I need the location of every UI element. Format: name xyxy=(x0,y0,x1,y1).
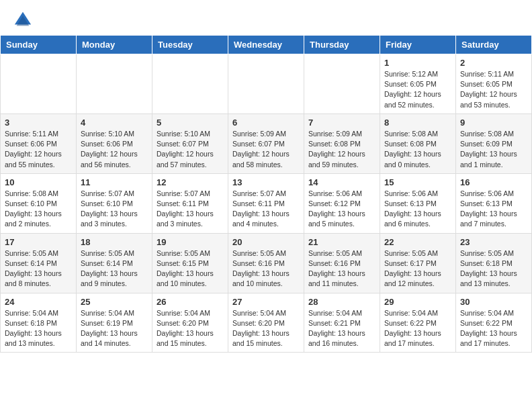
day-info: Sunrise: 5:05 AM Sunset: 6:16 PM Dayligh… xyxy=(232,248,300,289)
day-info: Sunrise: 5:09 AM Sunset: 6:08 PM Dayligh… xyxy=(308,129,375,170)
day-info: Sunrise: 5:06 AM Sunset: 6:13 PM Dayligh… xyxy=(384,189,451,230)
day-number: 10 xyxy=(5,177,72,187)
calendar-cell-1-7: 2Sunrise: 5:11 AM Sunset: 6:05 PM Daylig… xyxy=(456,54,532,114)
calendar-cell-4-5: 21Sunrise: 5:05 AM Sunset: 6:16 PM Dayli… xyxy=(304,233,380,293)
calendar-header-sunday: Sunday xyxy=(1,36,77,54)
day-info: Sunrise: 5:07 AM Sunset: 6:10 PM Dayligh… xyxy=(81,189,148,230)
calendar-cell-4-4: 20Sunrise: 5:05 AM Sunset: 6:16 PM Dayli… xyxy=(228,233,304,293)
day-number: 17 xyxy=(5,237,72,247)
day-number: 20 xyxy=(232,237,300,247)
day-info: Sunrise: 5:04 AM Sunset: 6:20 PM Dayligh… xyxy=(232,308,300,349)
day-number: 5 xyxy=(157,118,224,128)
calendar-header-thursday: Thursday xyxy=(304,36,380,54)
calendar-cell-1-4 xyxy=(228,54,304,114)
calendar-cell-5-6: 29Sunrise: 5:04 AM Sunset: 6:22 PM Dayli… xyxy=(380,293,456,353)
day-number: 24 xyxy=(5,297,72,307)
day-info: Sunrise: 5:12 AM Sunset: 6:05 PM Dayligh… xyxy=(384,69,451,110)
calendar-cell-2-4: 6Sunrise: 5:09 AM Sunset: 6:07 PM Daylig… xyxy=(228,113,304,173)
calendar-cell-1-2 xyxy=(77,54,152,114)
page-header xyxy=(0,0,532,35)
calendar-header-wednesday: Wednesday xyxy=(228,36,304,54)
calendar-header-row: SundayMondayTuesdayWednesdayThursdayFrid… xyxy=(1,36,532,54)
day-info: Sunrise: 5:05 AM Sunset: 6:16 PM Dayligh… xyxy=(308,248,375,289)
calendar-cell-4-1: 17Sunrise: 5:05 AM Sunset: 6:14 PM Dayli… xyxy=(1,233,77,293)
calendar-week-5: 24Sunrise: 5:04 AM Sunset: 6:18 PM Dayli… xyxy=(1,293,532,353)
calendar-cell-3-2: 11Sunrise: 5:07 AM Sunset: 6:10 PM Dayli… xyxy=(77,173,152,233)
calendar-week-3: 10Sunrise: 5:08 AM Sunset: 6:10 PM Dayli… xyxy=(1,173,532,233)
calendar-cell-2-7: 9Sunrise: 5:08 AM Sunset: 6:09 PM Daylig… xyxy=(456,113,532,173)
day-number: 18 xyxy=(81,237,148,247)
day-number: 25 xyxy=(81,297,148,307)
calendar-cell-1-1 xyxy=(1,54,77,114)
day-number: 19 xyxy=(157,237,224,247)
calendar-cell-2-1: 3Sunrise: 5:11 AM Sunset: 6:06 PM Daylig… xyxy=(1,113,77,173)
calendar-cell-3-1: 10Sunrise: 5:08 AM Sunset: 6:10 PM Dayli… xyxy=(1,173,77,233)
calendar-cell-5-2: 25Sunrise: 5:04 AM Sunset: 6:19 PM Dayli… xyxy=(77,293,152,353)
day-number: 9 xyxy=(460,118,527,128)
calendar-header-friday: Friday xyxy=(380,36,456,54)
day-info: Sunrise: 5:04 AM Sunset: 6:20 PM Dayligh… xyxy=(157,308,224,349)
logo xyxy=(13,11,35,30)
day-number: 22 xyxy=(384,237,451,247)
logo-icon xyxy=(13,11,32,30)
calendar-header-saturday: Saturday xyxy=(456,36,532,54)
day-info: Sunrise: 5:05 AM Sunset: 6:14 PM Dayligh… xyxy=(81,248,148,289)
day-info: Sunrise: 5:05 AM Sunset: 6:17 PM Dayligh… xyxy=(384,248,451,289)
calendar-cell-5-7: 30Sunrise: 5:04 AM Sunset: 6:22 PM Dayli… xyxy=(456,293,532,353)
calendar-cell-4-3: 19Sunrise: 5:05 AM Sunset: 6:15 PM Dayli… xyxy=(152,233,228,293)
calendar-cell-3-7: 16Sunrise: 5:06 AM Sunset: 6:13 PM Dayli… xyxy=(456,173,532,233)
day-number: 26 xyxy=(157,297,224,307)
calendar-table: SundayMondayTuesdayWednesdayThursdayFrid… xyxy=(0,35,532,353)
day-number: 29 xyxy=(384,297,451,307)
day-info: Sunrise: 5:11 AM Sunset: 6:06 PM Dayligh… xyxy=(5,129,72,170)
calendar-week-4: 17Sunrise: 5:05 AM Sunset: 6:14 PM Dayli… xyxy=(1,233,532,293)
day-info: Sunrise: 5:04 AM Sunset: 6:22 PM Dayligh… xyxy=(384,308,451,349)
calendar-cell-2-5: 7Sunrise: 5:09 AM Sunset: 6:08 PM Daylig… xyxy=(304,113,380,173)
day-info: Sunrise: 5:04 AM Sunset: 6:18 PM Dayligh… xyxy=(5,308,72,349)
day-number: 2 xyxy=(460,58,527,68)
calendar-cell-5-5: 28Sunrise: 5:04 AM Sunset: 6:21 PM Dayli… xyxy=(304,293,380,353)
day-info: Sunrise: 5:10 AM Sunset: 6:07 PM Dayligh… xyxy=(157,129,224,170)
calendar-cell-5-1: 24Sunrise: 5:04 AM Sunset: 6:18 PM Dayli… xyxy=(1,293,77,353)
calendar-week-2: 3Sunrise: 5:11 AM Sunset: 6:06 PM Daylig… xyxy=(1,113,532,173)
day-info: Sunrise: 5:08 AM Sunset: 6:10 PM Dayligh… xyxy=(5,189,72,230)
calendar-cell-1-5 xyxy=(304,54,380,114)
day-number: 28 xyxy=(308,297,375,307)
day-info: Sunrise: 5:08 AM Sunset: 6:08 PM Dayligh… xyxy=(384,129,451,170)
calendar-header-monday: Monday xyxy=(77,36,152,54)
day-info: Sunrise: 5:05 AM Sunset: 6:15 PM Dayligh… xyxy=(157,248,224,289)
day-info: Sunrise: 5:10 AM Sunset: 6:06 PM Dayligh… xyxy=(81,129,148,170)
day-info: Sunrise: 5:04 AM Sunset: 6:21 PM Dayligh… xyxy=(308,308,375,349)
day-number: 12 xyxy=(157,177,224,187)
calendar-cell-2-6: 8Sunrise: 5:08 AM Sunset: 6:08 PM Daylig… xyxy=(380,113,456,173)
calendar-cell-3-5: 14Sunrise: 5:06 AM Sunset: 6:12 PM Dayli… xyxy=(304,173,380,233)
calendar-cell-1-6: 1Sunrise: 5:12 AM Sunset: 6:05 PM Daylig… xyxy=(380,54,456,114)
day-number: 3 xyxy=(5,118,72,128)
day-number: 6 xyxy=(232,118,300,128)
day-number: 7 xyxy=(308,118,375,128)
day-info: Sunrise: 5:06 AM Sunset: 6:13 PM Dayligh… xyxy=(460,189,527,230)
day-number: 13 xyxy=(232,177,300,187)
day-number: 16 xyxy=(460,177,527,187)
day-number: 27 xyxy=(232,297,300,307)
day-info: Sunrise: 5:07 AM Sunset: 6:11 PM Dayligh… xyxy=(232,189,300,230)
day-info: Sunrise: 5:11 AM Sunset: 6:05 PM Dayligh… xyxy=(460,69,527,110)
day-info: Sunrise: 5:07 AM Sunset: 6:11 PM Dayligh… xyxy=(157,189,224,230)
calendar-cell-4-2: 18Sunrise: 5:05 AM Sunset: 6:14 PM Dayli… xyxy=(77,233,152,293)
calendar-cell-3-3: 12Sunrise: 5:07 AM Sunset: 6:11 PM Dayli… xyxy=(152,173,228,233)
day-number: 11 xyxy=(81,177,148,187)
calendar-cell-2-2: 4Sunrise: 5:10 AM Sunset: 6:06 PM Daylig… xyxy=(77,113,152,173)
calendar-cell-1-3 xyxy=(152,54,228,114)
calendar-week-1: 1Sunrise: 5:12 AM Sunset: 6:05 PM Daylig… xyxy=(1,54,532,114)
day-number: 23 xyxy=(460,237,527,247)
day-info: Sunrise: 5:04 AM Sunset: 6:19 PM Dayligh… xyxy=(81,308,148,349)
day-info: Sunrise: 5:08 AM Sunset: 6:09 PM Dayligh… xyxy=(460,129,527,170)
calendar-cell-5-3: 26Sunrise: 5:04 AM Sunset: 6:20 PM Dayli… xyxy=(152,293,228,353)
calendar-cell-5-4: 27Sunrise: 5:04 AM Sunset: 6:20 PM Dayli… xyxy=(228,293,304,353)
day-info: Sunrise: 5:05 AM Sunset: 6:18 PM Dayligh… xyxy=(460,248,527,289)
day-number: 14 xyxy=(308,177,375,187)
day-number: 1 xyxy=(384,58,451,68)
day-number: 21 xyxy=(308,237,375,247)
day-info: Sunrise: 5:05 AM Sunset: 6:14 PM Dayligh… xyxy=(5,248,72,289)
day-number: 4 xyxy=(81,118,148,128)
